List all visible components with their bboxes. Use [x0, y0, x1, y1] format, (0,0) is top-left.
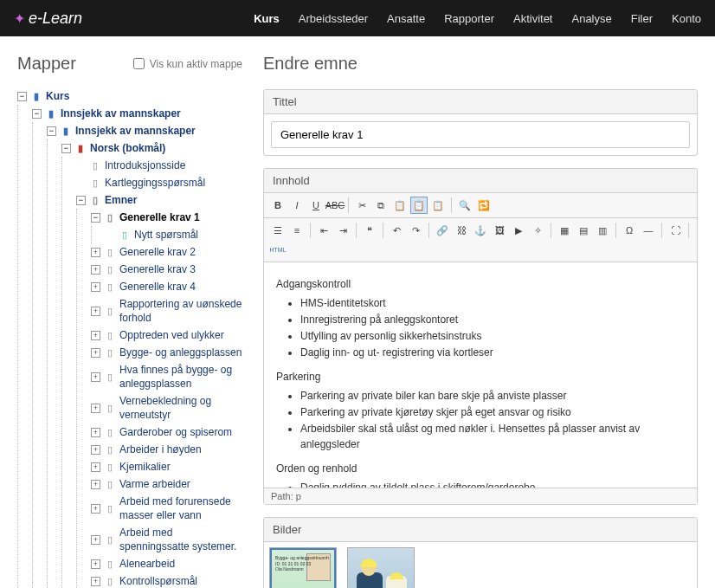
tree-arbh[interactable]: +▯Arbeider i høyden	[91, 441, 242, 458]
hr-button[interactable]: —	[640, 222, 657, 239]
nav-filer[interactable]: Filer	[631, 12, 653, 25]
blockquote-button[interactable]: ❝	[361, 222, 378, 239]
paste-word-button[interactable]: 📋	[429, 197, 447, 214]
tree-gen3[interactable]: +▯Generelle krav 3	[91, 261, 242, 278]
expand-icon[interactable]: +	[91, 480, 100, 489]
editor-body[interactable]: Adgangskontroll HMS-identitetskort Innre…	[264, 262, 697, 488]
collapse-icon[interactable]: −	[91, 213, 100, 223]
tree-verne[interactable]: +▯Vernebekledning og verneutstyr	[91, 392, 242, 423]
expand-icon[interactable]: +	[91, 282, 100, 292]
tree-bygge[interactable]: +▯Bygge- og anleggsplassen	[91, 344, 242, 361]
tree-intro[interactable]: ▯Introduksjonsside	[76, 157, 242, 174]
expand-icon[interactable]: +	[91, 404, 100, 413]
tree-l3[interactable]: − ▮ Norsk (bokmål)	[61, 139, 242, 157]
tree-kontr[interactable]: +▯Kontrollspørsmål	[91, 572, 242, 588]
thumb-shape	[360, 559, 377, 567]
tree-kart[interactable]: ▯Kartleggingsspørsmål	[76, 174, 242, 191]
list-item: HMS-identitetskort	[300, 295, 685, 311]
expand-icon[interactable]: +	[91, 559, 100, 569]
strikethrough-button[interactable]: ABC	[326, 197, 344, 214]
tree-root[interactable]: − ▮ Kurs	[17, 87, 242, 105]
active-folder-checkbox[interactable]: Vis kun aktiv mappe	[133, 58, 242, 70]
tree-gen4[interactable]: +▯Generelle krav 4	[91, 278, 242, 295]
bullet-list-button[interactable]: ☰	[269, 222, 287, 239]
redo-button[interactable]: ↷	[407, 222, 424, 239]
tree-hva[interactable]: +▯Hva finnes på bygge- og anleggsplassen	[91, 361, 242, 392]
tree-gen1[interactable]: − ▯ Generelle krav 1	[91, 209, 242, 226]
expand-icon[interactable]: +	[91, 445, 100, 455]
italic-button[interactable]: I	[288, 197, 306, 214]
image-button[interactable]: 🖼	[491, 222, 508, 239]
tree-nyttsp[interactable]: ▯Nytt spørsmål	[106, 226, 242, 243]
tree-gen2[interactable]: +▯Generelle krav 2	[91, 243, 242, 261]
nav-ansatte[interactable]: Ansatte	[387, 12, 425, 25]
collapse-icon[interactable]: −	[76, 196, 86, 205]
paste-text-button[interactable]: 📋	[410, 197, 428, 214]
clear-format-button[interactable]: ✧	[529, 222, 546, 239]
link-button[interactable]: 🔗	[434, 222, 451, 239]
table-button[interactable]: ▦	[556, 222, 573, 239]
tree-l2[interactable]: − ▮ Innsjekk av mannskaper	[47, 122, 242, 139]
anchor-button[interactable]: ⚓	[472, 222, 489, 239]
replace-button[interactable]: 🔁	[475, 197, 493, 214]
expand-icon[interactable]: +	[91, 348, 100, 358]
path-value[interactable]: p	[296, 491, 301, 501]
image-thumb-2[interactable]	[347, 547, 415, 588]
expand-icon[interactable]: +	[91, 535, 100, 545]
numbered-list-button[interactable]: ≡	[288, 222, 306, 239]
outdent-button[interactable]: ⇤	[315, 222, 332, 239]
paste-button[interactable]: 📋	[391, 197, 409, 214]
topbar: ✦ e-Learn Kurs Arbeidssteder Ansatte Rap…	[0, 0, 715, 36]
collapse-icon[interactable]: −	[32, 109, 42, 119]
undo-button[interactable]: ↶	[388, 222, 405, 239]
nav-kurs[interactable]: Kurs	[254, 12, 280, 25]
nav-analyse[interactable]: Analyse	[571, 12, 611, 25]
expand-icon[interactable]: +	[91, 504, 100, 514]
expand-icon[interactable]: +	[91, 307, 100, 316]
tree-spen[interactable]: +▯Arbeid med spenningssatte systemer.	[91, 524, 242, 555]
tree-oppt[interactable]: +▯Opptreden ved ulykker	[91, 326, 242, 344]
expand-icon[interactable]: +	[91, 428, 100, 437]
tree-alene[interactable]: +▯Alenearbeid	[91, 555, 242, 572]
page-icon: ▯	[104, 443, 116, 456]
expand-icon[interactable]: +	[91, 577, 100, 586]
cut-button[interactable]: ✂	[353, 197, 370, 214]
media-button[interactable]: ▶	[510, 222, 527, 239]
tree-foru[interactable]: +▯Arbeid med forurensede masser eller va…	[91, 493, 242, 524]
table-col-button[interactable]: ▥	[594, 222, 611, 239]
top-nav: Kurs Arbeidssteder Ansatte Rapporter Akt…	[254, 12, 701, 25]
unlink-button[interactable]: ⛓	[453, 222, 470, 239]
html-button[interactable]: HTML	[269, 241, 287, 258]
title-panel-header: Tittel	[264, 90, 697, 114]
tree-rapp[interactable]: +▯Rapportering av uønskede forhold	[91, 295, 242, 326]
nav-rapporter[interactable]: Rapporter	[444, 12, 494, 25]
nav-arbeidssteder[interactable]: Arbeidssteder	[299, 12, 368, 25]
underline-button[interactable]: U	[307, 197, 325, 214]
table-row-button[interactable]: ▤	[575, 222, 592, 239]
title-input[interactable]	[271, 121, 690, 148]
image-thumb-1[interactable]: Bygge- og anleggsvirksomhID: 01 21 01 02…	[269, 547, 337, 588]
expand-icon[interactable]: +	[91, 372, 100, 382]
tree-kjem[interactable]: +▯Kjemikalier	[91, 458, 242, 475]
logo: ✦ e-Learn	[14, 10, 82, 28]
collapse-icon[interactable]: −	[47, 126, 56, 136]
nav-konto[interactable]: Konto	[672, 12, 701, 25]
tree-l1[interactable]: − ▮ Innsjekk av mannskaper	[32, 105, 242, 122]
fullscreen-button[interactable]: ⛶	[667, 222, 684, 239]
tree-emner[interactable]: − ▯ Emner	[76, 191, 242, 209]
collapse-icon[interactable]: −	[17, 92, 27, 101]
tree-varme[interactable]: +▯Varme arbeider	[91, 475, 242, 493]
special-char-button[interactable]: Ω	[621, 222, 638, 239]
indent-button[interactable]: ⇥	[334, 222, 351, 239]
tree-gard[interactable]: +▯Garderober og spiserom	[91, 423, 242, 441]
copy-button[interactable]: ⧉	[372, 197, 390, 214]
expand-icon[interactable]: +	[91, 248, 100, 257]
active-folder-checkbox-input[interactable]	[133, 58, 145, 69]
expand-icon[interactable]: +	[91, 462, 100, 472]
find-button[interactable]: 🔍	[456, 197, 473, 214]
bold-button[interactable]: B	[269, 197, 287, 214]
expand-icon[interactable]: +	[91, 265, 100, 275]
collapse-icon[interactable]: −	[61, 144, 71, 153]
nav-aktivitet[interactable]: Aktivitet	[513, 12, 553, 25]
expand-icon[interactable]: +	[91, 331, 100, 340]
